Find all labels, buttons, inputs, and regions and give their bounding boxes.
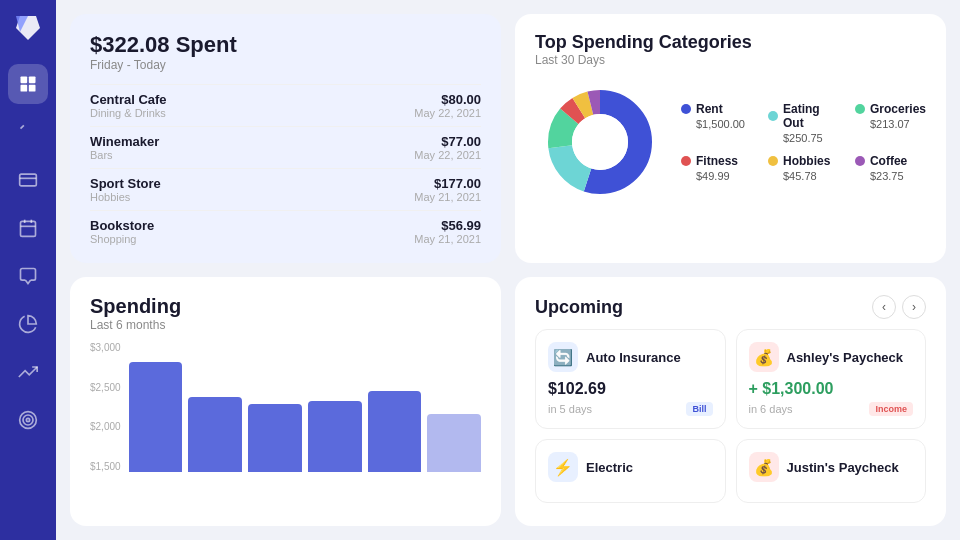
legend-item-rent: Rent $1,500.00 [681,102,752,144]
bars [129,342,481,472]
groceries-dot [855,104,865,114]
legend-item-coffee: Coffee $23.75 [855,154,926,182]
upcoming-title: Upcoming [535,297,623,318]
expand-transactions-button[interactable]: ⌄ [90,256,481,263]
income-badge: Income [869,402,913,416]
svg-rect-9 [21,221,36,236]
recent-spending-card: $322.08 Spent Friday - Today Central Caf… [70,14,501,263]
svg-point-13 [20,412,37,429]
eating-out-dot [768,111,778,121]
svg-point-22 [572,114,628,170]
bar-3 [248,404,302,472]
bill-badge: Bill [686,402,712,416]
categories-legend: Rent $1,500.00 Eating Out $250.75 Grocer… [681,102,926,182]
spending-title: Spending [90,295,481,318]
fitness-dot [681,156,691,166]
bar-chart: $3,000 $2,500 $2,000 $1,500 [90,342,481,472]
upcoming-header: Upcoming ‹ › [535,295,926,319]
coffee-dot [855,156,865,166]
sidebar-item-dashboard[interactable] [8,64,48,104]
legend-item-groceries: Groceries $213.07 [855,102,926,144]
upcoming-item-justins-paycheck: 💰 Justin's Paycheck [736,439,927,503]
bar-5 [368,391,422,472]
hobbies-dot [768,156,778,166]
bar-6 [427,414,481,473]
donut-chart [535,77,665,207]
justins-paycheck-icon: 💰 [749,452,779,482]
sidebar-item-reports[interactable] [8,256,48,296]
categories-subtitle: Last 30 Days [535,53,926,67]
auto-insurance-icon: 🔄 [548,342,578,372]
svg-point-14 [23,415,33,425]
upcoming-grid: 🔄 Auto Insurance $102.69 in 5 days Bill … [535,329,926,503]
sidebar-item-goals[interactable] [8,400,48,440]
legend-item-hobbies: Hobbies $45.78 [768,154,839,182]
legend-item-eating-out: Eating Out $250.75 [768,102,839,144]
upcoming-card: Upcoming ‹ › 🔄 Auto Insurance $102.69 in… [515,277,946,526]
svg-rect-4 [21,85,28,92]
upcoming-item-ashleys-paycheck: 💰 Ashley's Paycheck + $1,300.00 in 6 day… [736,329,927,429]
y-axis: $3,000 $2,500 $2,000 $1,500 [90,342,129,472]
upcoming-item-auto-insurance: 🔄 Auto Insurance $102.69 in 5 days Bill [535,329,726,429]
spending-chart-card: Spending Last 6 months $3,000 $2,500 $2,… [70,277,501,526]
table-row: WinemakerBars $77.00May 22, 2021 [90,126,481,168]
spent-title: $322.08 Spent [90,32,481,58]
sidebar-item-calendar[interactable] [8,208,48,248]
rent-dot [681,104,691,114]
spent-subtitle: Friday - Today [90,58,481,72]
categories-title: Top Spending Categories [535,32,926,53]
electric-icon: ⚡ [548,452,578,482]
nav-prev-button[interactable]: ‹ [872,295,896,319]
app-logo [12,12,44,44]
nav-arrows: ‹ › [872,295,926,319]
svg-rect-5 [29,85,36,92]
sidebar-item-cards[interactable] [8,160,48,200]
bar-1 [129,362,183,473]
legend-item-fitness: Fitness $49.99 [681,154,752,182]
sidebar-item-trends[interactable] [8,352,48,392]
main-content: $322.08 Spent Friday - Today Central Caf… [56,0,960,540]
svg-rect-2 [21,77,28,84]
bar-2 [188,397,242,472]
svg-point-15 [26,418,29,421]
ashleys-paycheck-icon: 💰 [749,342,779,372]
sidebar-item-transfer[interactable] [8,112,48,152]
table-row: Central CafeDining & Drinks $80.00May 22… [90,84,481,126]
nav-next-button[interactable]: › [902,295,926,319]
sidebar-item-pie[interactable] [8,304,48,344]
sidebar [0,0,56,540]
svg-line-6 [21,125,24,128]
table-row: BookstoreShopping $56.99May 21, 2021 [90,210,481,252]
bar-4 [308,401,362,473]
spending-categories-card: Top Spending Categories Last 30 Days [515,14,946,263]
svg-rect-7 [20,174,37,186]
table-row: Sport StoreHobbies $177.00May 21, 2021 [90,168,481,210]
spending-subtitle: Last 6 months [90,318,481,332]
svg-rect-3 [29,77,36,84]
upcoming-item-electric: ⚡ Electric [535,439,726,503]
